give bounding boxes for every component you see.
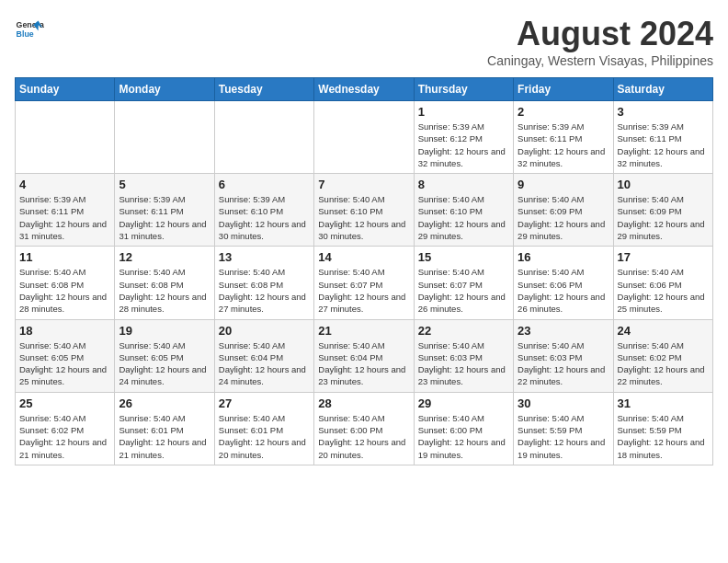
calendar-cell: 21Sunrise: 5:40 AM Sunset: 6:04 PM Dayli… xyxy=(314,319,414,392)
cell-date-number: 18 xyxy=(19,324,110,338)
cell-content-text: Sunrise: 5:40 AM Sunset: 6:07 PM Dayligh… xyxy=(318,266,409,315)
cell-date-number: 1 xyxy=(418,105,509,119)
calendar-cell: 8Sunrise: 5:40 AM Sunset: 6:10 PM Daylig… xyxy=(414,174,513,247)
title-location: Caningay, Western Visayas, Philippines xyxy=(487,53,713,68)
calendar-cell: 26Sunrise: 5:40 AM Sunset: 6:01 PM Dayli… xyxy=(115,392,214,465)
day-header-monday: Monday xyxy=(115,78,214,101)
header: General Blue August 2024 Caningay, Weste… xyxy=(15,15,713,68)
cell-date-number: 30 xyxy=(518,396,609,410)
calendar-cell: 15Sunrise: 5:40 AM Sunset: 6:07 PM Dayli… xyxy=(414,247,513,319)
calendar-cell: 19Sunrise: 5:40 AM Sunset: 6:05 PM Dayli… xyxy=(115,319,214,392)
cell-content-text: Sunrise: 5:40 AM Sunset: 6:06 PM Dayligh… xyxy=(618,266,709,315)
cell-content-text: Sunrise: 5:39 AM Sunset: 6:11 PM Dayligh… xyxy=(618,121,709,169)
cell-content-text: Sunrise: 5:40 AM Sunset: 6:05 PM Dayligh… xyxy=(19,339,110,388)
cell-date-number: 26 xyxy=(119,396,210,410)
day-header-tuesday: Tuesday xyxy=(214,78,313,101)
cell-date-number: 7 xyxy=(318,178,409,191)
title-month: August 2024 xyxy=(487,15,713,53)
cell-date-number: 23 xyxy=(518,324,609,338)
cell-date-number: 11 xyxy=(19,250,110,264)
logo: General Blue xyxy=(15,15,44,44)
day-header-wednesday: Wednesday xyxy=(314,78,414,101)
svg-text:Blue: Blue xyxy=(17,29,34,39)
cell-content-text: Sunrise: 5:40 AM Sunset: 6:02 PM Dayligh… xyxy=(618,339,709,388)
cell-date-number: 27 xyxy=(219,396,310,410)
calendar-cell: 22Sunrise: 5:40 AM Sunset: 6:03 PM Dayli… xyxy=(414,319,513,392)
calendar-cell: 6Sunrise: 5:39 AM Sunset: 6:10 PM Daylig… xyxy=(214,174,313,247)
cell-date-number: 3 xyxy=(618,105,709,119)
calendar-cell: 12Sunrise: 5:40 AM Sunset: 6:08 PM Dayli… xyxy=(115,247,214,319)
cell-content-text: Sunrise: 5:40 AM Sunset: 6:08 PM Dayligh… xyxy=(219,266,310,315)
week-row-2: 4Sunrise: 5:39 AM Sunset: 6:11 PM Daylig… xyxy=(16,174,713,247)
cell-content-text: Sunrise: 5:40 AM Sunset: 6:03 PM Dayligh… xyxy=(418,339,509,388)
calendar-cell: 17Sunrise: 5:40 AM Sunset: 6:06 PM Dayli… xyxy=(613,247,712,319)
cell-date-number: 17 xyxy=(618,250,709,264)
cell-date-number: 25 xyxy=(19,396,110,410)
cell-content-text: Sunrise: 5:40 AM Sunset: 6:10 PM Dayligh… xyxy=(318,193,409,242)
cell-date-number: 24 xyxy=(618,324,709,338)
cell-date-number: 14 xyxy=(318,250,409,264)
calendar-cell: 13Sunrise: 5:40 AM Sunset: 6:08 PM Dayli… xyxy=(214,247,313,319)
calendar-cell: 30Sunrise: 5:40 AM Sunset: 5:59 PM Dayli… xyxy=(514,392,613,465)
cell-content-text: Sunrise: 5:40 AM Sunset: 6:00 PM Dayligh… xyxy=(418,412,509,461)
cell-content-text: Sunrise: 5:40 AM Sunset: 6:09 PM Dayligh… xyxy=(618,193,709,242)
cell-date-number: 29 xyxy=(418,396,509,410)
calendar-table: SundayMondayTuesdayWednesdayThursdayFrid… xyxy=(15,77,713,465)
cell-content-text: Sunrise: 5:39 AM Sunset: 6:10 PM Dayligh… xyxy=(219,193,310,242)
cell-date-number: 28 xyxy=(318,396,409,410)
cell-content-text: Sunrise: 5:40 AM Sunset: 6:03 PM Dayligh… xyxy=(518,339,609,388)
calendar-cell: 7Sunrise: 5:40 AM Sunset: 6:10 PM Daylig… xyxy=(314,174,414,247)
cell-date-number: 12 xyxy=(119,250,210,264)
logo-icon: General Blue xyxy=(15,15,44,44)
calendar-cell xyxy=(314,101,414,174)
cell-content-text: Sunrise: 5:39 AM Sunset: 6:11 PM Dayligh… xyxy=(19,193,110,242)
calendar-cell: 9Sunrise: 5:40 AM Sunset: 6:09 PM Daylig… xyxy=(514,174,613,247)
cell-content-text: Sunrise: 5:40 AM Sunset: 6:08 PM Dayligh… xyxy=(119,266,210,315)
cell-date-number: 6 xyxy=(219,178,310,191)
cell-date-number: 31 xyxy=(618,396,709,410)
cell-content-text: Sunrise: 5:40 AM Sunset: 6:06 PM Dayligh… xyxy=(518,266,609,315)
calendar-cell: 11Sunrise: 5:40 AM Sunset: 6:08 PM Dayli… xyxy=(16,247,115,319)
week-row-5: 25Sunrise: 5:40 AM Sunset: 6:02 PM Dayli… xyxy=(16,392,713,465)
cell-date-number: 10 xyxy=(618,178,709,191)
calendar-cell: 5Sunrise: 5:39 AM Sunset: 6:11 PM Daylig… xyxy=(115,174,214,247)
cell-date-number: 9 xyxy=(518,178,609,191)
cell-content-text: Sunrise: 5:40 AM Sunset: 6:10 PM Dayligh… xyxy=(418,193,509,242)
cell-content-text: Sunrise: 5:39 AM Sunset: 6:11 PM Dayligh… xyxy=(518,121,609,169)
calendar-cell xyxy=(214,101,313,174)
calendar-cell: 24Sunrise: 5:40 AM Sunset: 6:02 PM Dayli… xyxy=(613,319,712,392)
cell-date-number: 2 xyxy=(518,105,609,119)
calendar-cell: 3Sunrise: 5:39 AM Sunset: 6:11 PM Daylig… xyxy=(613,101,712,174)
cell-content-text: Sunrise: 5:40 AM Sunset: 6:00 PM Dayligh… xyxy=(318,412,409,461)
calendar-cell: 20Sunrise: 5:40 AM Sunset: 6:04 PM Dayli… xyxy=(214,319,313,392)
cell-content-text: Sunrise: 5:40 AM Sunset: 6:04 PM Dayligh… xyxy=(318,339,409,388)
day-header-friday: Friday xyxy=(514,78,613,101)
cell-date-number: 15 xyxy=(418,250,509,264)
cell-content-text: Sunrise: 5:40 AM Sunset: 6:02 PM Dayligh… xyxy=(19,412,110,461)
cell-date-number: 5 xyxy=(119,178,210,191)
cell-date-number: 22 xyxy=(418,324,509,338)
day-header-thursday: Thursday xyxy=(414,78,513,101)
cell-date-number: 4 xyxy=(19,178,110,191)
calendar-cell: 14Sunrise: 5:40 AM Sunset: 6:07 PM Dayli… xyxy=(314,247,414,319)
day-header-sunday: Sunday xyxy=(16,78,115,101)
days-header-row: SundayMondayTuesdayWednesdayThursdayFrid… xyxy=(16,78,713,101)
week-row-1: 1Sunrise: 5:39 AM Sunset: 6:12 PM Daylig… xyxy=(16,101,713,174)
day-header-saturday: Saturday xyxy=(613,78,712,101)
calendar-cell: 10Sunrise: 5:40 AM Sunset: 6:09 PM Dayli… xyxy=(613,174,712,247)
cell-content-text: Sunrise: 5:40 AM Sunset: 6:09 PM Dayligh… xyxy=(518,193,609,242)
cell-date-number: 21 xyxy=(318,324,409,338)
week-row-4: 18Sunrise: 5:40 AM Sunset: 6:05 PM Dayli… xyxy=(16,319,713,392)
calendar-cell xyxy=(16,101,115,174)
calendar-cell: 1Sunrise: 5:39 AM Sunset: 6:12 PM Daylig… xyxy=(414,101,513,174)
cell-content-text: Sunrise: 5:40 AM Sunset: 6:01 PM Dayligh… xyxy=(119,412,210,461)
cell-date-number: 13 xyxy=(219,250,310,264)
calendar-cell: 2Sunrise: 5:39 AM Sunset: 6:11 PM Daylig… xyxy=(514,101,613,174)
cell-content-text: Sunrise: 5:40 AM Sunset: 6:01 PM Dayligh… xyxy=(219,412,310,461)
calendar-cell: 16Sunrise: 5:40 AM Sunset: 6:06 PM Dayli… xyxy=(514,247,613,319)
week-row-3: 11Sunrise: 5:40 AM Sunset: 6:08 PM Dayli… xyxy=(16,247,713,319)
cell-content-text: Sunrise: 5:40 AM Sunset: 5:59 PM Dayligh… xyxy=(618,412,709,461)
cell-date-number: 8 xyxy=(418,178,509,191)
cell-content-text: Sunrise: 5:40 AM Sunset: 5:59 PM Dayligh… xyxy=(518,412,609,461)
cell-content-text: Sunrise: 5:39 AM Sunset: 6:11 PM Dayligh… xyxy=(119,193,210,242)
